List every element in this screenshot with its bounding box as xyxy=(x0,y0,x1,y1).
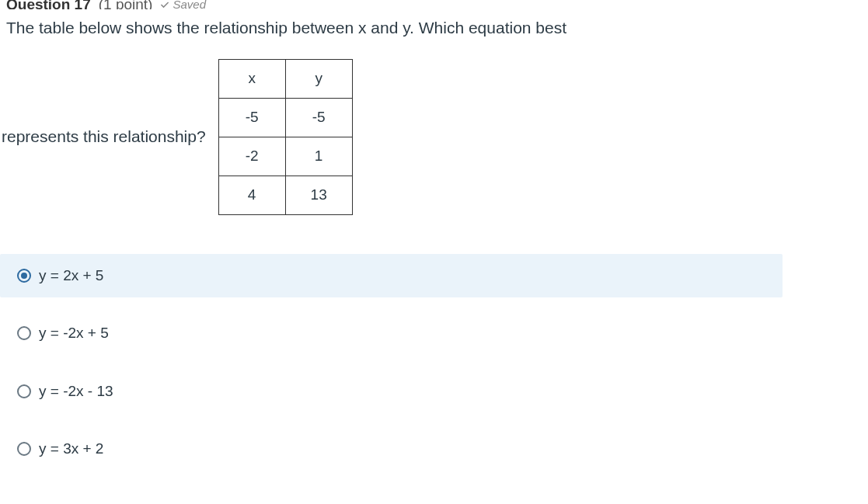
answer-option-3[interactable]: y = -2x - 13 xyxy=(0,370,783,414)
saved-indicator: Saved xyxy=(160,0,206,9)
table-header-x: x xyxy=(218,59,285,98)
question-meta-row: Question 17 (1 point) Saved xyxy=(0,0,868,9)
table-cell-x: -2 xyxy=(218,137,285,176)
check-icon xyxy=(160,0,169,9)
answer-list: y = 2x + 5 y = -2x + 5 y = -2x - 13 y = … xyxy=(0,254,868,471)
table-cell-x: -5 xyxy=(218,98,285,137)
table-header-y: y xyxy=(285,59,352,98)
table-header-row: x y xyxy=(218,59,352,98)
question-prompt-line1: The table below shows the relationship b… xyxy=(0,9,868,40)
radio-icon xyxy=(17,269,31,283)
answer-option-2[interactable]: y = -2x + 5 xyxy=(0,311,783,356)
question-number: Question 17 xyxy=(6,0,91,9)
table-cell-y: 13 xyxy=(285,176,352,214)
radio-icon xyxy=(17,326,31,340)
radio-icon xyxy=(17,384,31,398)
table-cell-y: 1 xyxy=(285,137,352,176)
question-prompt-line2: represents this relationship? xyxy=(0,124,214,149)
table-row: -5 -5 xyxy=(218,98,352,137)
saved-label: Saved xyxy=(173,0,206,9)
answer-label: y = -2x - 13 xyxy=(39,381,113,403)
answer-option-1[interactable]: y = 2x + 5 xyxy=(0,254,783,298)
table-cell-x: 4 xyxy=(218,176,285,214)
question-prompt-row: represents this relationship? x y -5 -5 … xyxy=(0,59,868,215)
points-label: (1 point) xyxy=(99,0,153,9)
answer-option-4[interactable]: y = 3x + 2 xyxy=(0,427,783,471)
answer-label: y = 3x + 2 xyxy=(39,438,103,461)
answer-label: y = -2x + 5 xyxy=(39,322,109,345)
table-cell-y: -5 xyxy=(285,98,352,137)
table-row: -2 1 xyxy=(218,137,352,176)
radio-icon xyxy=(17,442,31,456)
answer-label: y = 2x + 5 xyxy=(39,265,103,287)
xy-table: x y -5 -5 -2 1 4 13 xyxy=(218,59,353,215)
table-row: 4 13 xyxy=(218,176,352,214)
